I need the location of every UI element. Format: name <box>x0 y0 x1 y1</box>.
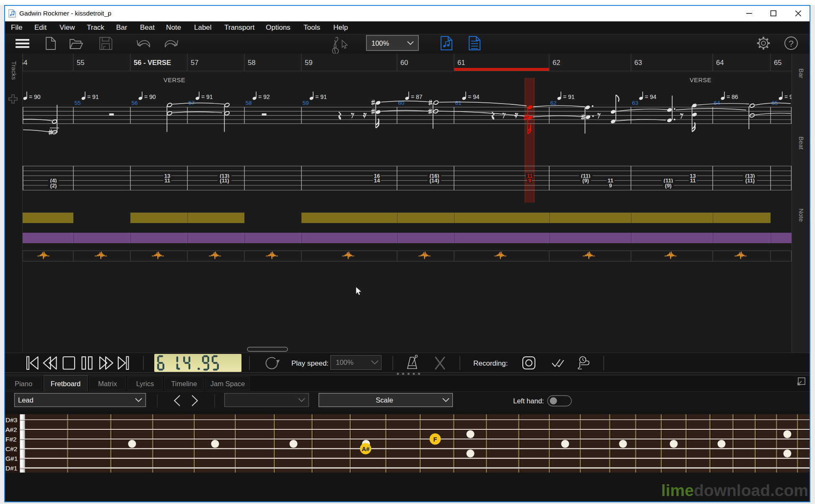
svg-text:58: 58 <box>248 59 255 66</box>
svg-text:= 9: = 9 <box>784 94 792 100</box>
svg-text:(11): (11) <box>220 177 229 184</box>
svg-text:Left hand:: Left hand: <box>513 397 544 405</box>
svg-text:64: 64 <box>714 100 721 106</box>
svg-text:(9): (9) <box>582 177 589 184</box>
svg-text:61: 61 <box>455 100 462 106</box>
svg-text:65: 65 <box>774 59 781 66</box>
svg-text:= 87: = 87 <box>411 94 423 100</box>
svg-text:63: 63 <box>634 59 642 66</box>
svg-text:= 91: = 91 <box>87 94 99 100</box>
svg-text:Lead: Lead <box>18 396 34 404</box>
svg-text:11: 11 <box>164 177 170 184</box>
svg-text:VERSE: VERSE <box>690 77 711 83</box>
svg-text:= 94: = 94 <box>468 94 480 100</box>
svg-text:64: 64 <box>716 59 724 66</box>
svg-text:63: 63 <box>632 100 639 106</box>
svg-text:11: 11 <box>690 177 696 184</box>
svg-text:VERSE: VERSE <box>164 77 185 83</box>
svg-text:= 90: = 90 <box>29 94 41 100</box>
svg-text:56: 56 <box>132 100 138 106</box>
svg-text:D#1: D#1 <box>5 465 17 472</box>
svg-text:58: 58 <box>246 100 252 106</box>
svg-text:(14): (14) <box>429 177 439 184</box>
svg-text:C#2: C#2 <box>5 445 17 452</box>
svg-text:60: 60 <box>400 59 408 66</box>
svg-text:A#2: A#2 <box>5 426 17 433</box>
svg-text:59: 59 <box>305 59 312 66</box>
svg-text:= 92: = 92 <box>258 94 270 100</box>
svg-text:= 94: = 94 <box>645 94 657 100</box>
svg-text:?: ? <box>789 39 794 48</box>
svg-text:G#1: G#1 <box>5 455 18 462</box>
svg-text:55: 55 <box>75 100 81 106</box>
svg-text:= 91: = 91 <box>201 94 213 100</box>
svg-text:= 90: = 90 <box>144 94 156 100</box>
svg-text:14: 14 <box>374 177 380 184</box>
svg-text:Scale: Scale <box>376 396 393 404</box>
svg-text:= 86: = 86 <box>727 94 738 100</box>
svg-text:57: 57 <box>191 59 198 66</box>
svg-text:(11): (11) <box>745 177 755 184</box>
svg-text:A#: A# <box>362 446 370 452</box>
svg-text:62: 62 <box>553 59 560 66</box>
svg-text:(2): (2) <box>50 182 57 189</box>
svg-text:D#3: D#3 <box>5 416 17 423</box>
svg-text:100%: 100% <box>371 39 389 47</box>
svg-text:55: 55 <box>77 59 84 66</box>
svg-text:F#2: F#2 <box>5 436 17 443</box>
svg-text:9: 9 <box>528 177 531 184</box>
svg-text:(9): (9) <box>665 182 672 189</box>
svg-text:59: 59 <box>303 100 309 106</box>
svg-text:62: 62 <box>550 100 557 106</box>
svg-text:9: 9 <box>609 182 612 189</box>
svg-text:61: 61 <box>457 59 465 66</box>
svg-text:56 - VERSE: 56 - VERSE <box>134 59 171 66</box>
svg-text:= 91: = 91 <box>563 94 575 100</box>
svg-text:F: F <box>433 436 437 443</box>
svg-text:= 91: = 91 <box>315 94 327 100</box>
